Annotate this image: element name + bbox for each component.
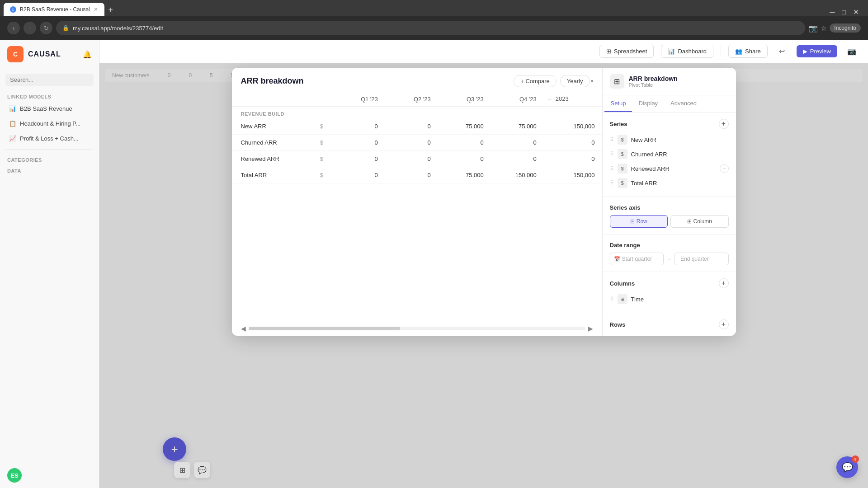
remove-series-button[interactable]: − (720, 164, 729, 173)
column-axis-button[interactable]: ⊞ Column (670, 215, 729, 228)
settings-panel: ⊞ ARR breakdown Pivot Table Setup Displa… (603, 68, 736, 336)
series-color-icon: $ (618, 135, 627, 145)
url-text: my.causal.app/models/235774/edit (73, 25, 163, 32)
b2b-icon: 📊 (9, 105, 16, 112)
column-item-time: ⠿ ⊞ Time (610, 292, 729, 306)
chat-badge: 3 (852, 455, 859, 463)
spreadsheet-button[interactable]: ⊞ Spreadsheet (599, 45, 654, 58)
share-icon: 👥 (735, 48, 742, 55)
sidebar-profit-label: Profit & Loss + Cash... (20, 135, 79, 142)
compare-button[interactable]: + Compare (514, 75, 557, 87)
drag-handle-icon[interactable]: ⠿ (610, 180, 614, 186)
column-icon: ⊞ (687, 218, 692, 225)
date-arrow-icon: → (666, 256, 672, 262)
table-row: Renewed ARR $ 0 0 0 0 0 (232, 151, 602, 167)
browser-actions: 📷 ☆ Incognito (809, 23, 861, 33)
series-name-churned-arr: Churned ARR (631, 151, 729, 158)
sidebar-b2b-label: B2B SaaS Revenue (20, 105, 72, 112)
col-header-2023: ← 2023 (544, 92, 602, 106)
sidebar-headcount-label: Headcount & Hiring P... (20, 120, 80, 127)
causal-logo-icon: C (7, 46, 24, 62)
table-panel: ARR breakdown + Compare Yearly ▾ (232, 68, 603, 336)
address-bar[interactable]: 🔒 my.causal.app/models/235774/edit (56, 21, 805, 35)
series-color-icon: $ (618, 164, 627, 174)
col-header-q4: Q4 '23 (491, 92, 544, 107)
table-row: New ARR $ 0 0 75,000 75,000 150,000 (232, 118, 602, 135)
panel-subtitle: Pivot Table (629, 82, 678, 88)
categories-label: Categories (0, 154, 99, 164)
modal: ARR breakdown + Compare Yearly ▾ (232, 68, 736, 336)
series-item-total-arr: ⠿ $ Total ARR (610, 176, 729, 190)
col-header-q1: Q1 '23 (332, 92, 385, 107)
screenshot-icon[interactable]: 📷 (809, 24, 818, 33)
panel-table-icon: ⊞ (610, 74, 624, 89)
row-axis-button[interactable]: ⊟ Row (610, 215, 668, 228)
series-name-new-arr: New ARR (631, 136, 729, 143)
tab-close-icon[interactable]: ✕ (94, 6, 98, 13)
section-header-row: REVENUE BUILD (232, 107, 602, 119)
drag-handle-icon[interactable]: ⠿ (610, 136, 614, 143)
forward-button[interactable]: › (24, 22, 36, 34)
series-color-icon: $ (618, 149, 627, 159)
minimize-button[interactable]: ─ (830, 8, 835, 16)
col-header-q2: Q2 '23 (385, 92, 438, 107)
calendar-start-icon: 📅 (614, 256, 620, 262)
incognito-badge: Incognito (830, 23, 861, 33)
columns-section-title: Columns (610, 280, 635, 287)
back-button[interactable]: ‹ (7, 22, 20, 34)
table-row: Churned ARR $ 0 0 0 0 0 (232, 135, 602, 151)
scroll-right-arrow[interactable]: ▶ (588, 325, 593, 332)
pivot-table: Q1 '23 Q2 '23 Q3 '23 Q4 '23 ← 2023 (232, 92, 602, 321)
add-column-button[interactable]: + (719, 278, 729, 288)
sidebar-item-b2b[interactable]: 📊 B2B SaaS Revenue (2, 102, 97, 116)
tab-setup[interactable]: Setup (604, 95, 632, 112)
scroll-left-arrow[interactable]: ◀ (241, 325, 246, 332)
dashboard-button[interactable]: 📊 Dashboard (661, 45, 713, 58)
add-row-button[interactable]: + (719, 319, 729, 329)
spreadsheet-icon: ⊞ (606, 48, 611, 55)
sidebar-search-input[interactable] (5, 74, 94, 86)
scroll-track[interactable] (249, 327, 585, 330)
start-quarter-input[interactable]: 📅 Start quarter (610, 253, 664, 265)
user-avatar[interactable]: ES (7, 468, 22, 483)
panel-title: ARR breakdown (629, 75, 678, 82)
series-color-icon: $ (618, 178, 627, 188)
drag-handle-icon[interactable]: ⠿ (610, 151, 614, 157)
browser-chrome: C B2B SaaS Revenue - Causal ✕ + ─ □ ✕ ‹ … (0, 0, 868, 40)
bookmark-icon[interactable]: ☆ (821, 24, 827, 33)
col-header-currency (316, 92, 332, 107)
sidebar-item-profit[interactable]: 📈 Profit & Loss + Cash... (2, 131, 97, 145)
share-button[interactable]: 👥 Share (728, 45, 768, 58)
yearly-button[interactable]: Yearly (560, 75, 590, 87)
linked-models-label: Linked models (0, 90, 99, 101)
row-icon: ⊟ (630, 218, 635, 225)
notification-icon[interactable]: 🔔 (83, 50, 92, 59)
table-title: ARR breakdown (241, 76, 304, 86)
drag-handle-icon[interactable]: ⠿ (610, 165, 614, 172)
new-tab-button[interactable]: + (104, 4, 117, 16)
tab-advanced[interactable]: Advanced (664, 95, 703, 112)
tab-display[interactable]: Display (632, 95, 664, 112)
rows-section-title: Rows (610, 321, 626, 328)
lock-icon: 🔒 (62, 25, 69, 31)
table-row: Total ARR $ 0 0 75,000 150,000 150,000 (232, 167, 602, 183)
add-series-button[interactable]: + (719, 119, 729, 129)
camera-icon[interactable]: 📷 (844, 44, 859, 59)
maximize-button[interactable]: □ (842, 9, 846, 16)
chat-icon: 💬 (842, 462, 853, 473)
series-name-total-arr: Total ARR (631, 180, 729, 187)
refresh-button[interactable]: ↻ (40, 22, 52, 34)
end-quarter-input[interactable]: End quarter (675, 253, 729, 265)
sidebar-item-headcount[interactable]: 📋 Headcount & Hiring P... (2, 117, 97, 131)
column-drag-icon[interactable]: ⠿ (610, 296, 614, 302)
history-button[interactable]: ↩ (775, 44, 789, 59)
chat-widget[interactable]: 💬 3 (836, 456, 858, 478)
close-button[interactable]: ✕ (853, 8, 859, 16)
browser-tab[interactable]: C B2B SaaS Revenue - Causal ✕ (4, 3, 104, 16)
preview-button[interactable]: ▶ Preview (797, 45, 837, 57)
dashboard-icon: 📊 (668, 48, 675, 55)
modal-overlay: ARR breakdown + Compare Yearly ▾ (99, 63, 868, 488)
profit-icon: 📈 (9, 135, 16, 142)
col-header-q3: Q3 '23 (438, 92, 491, 107)
series-item-new-arr: ⠿ $ New ARR (610, 132, 729, 147)
